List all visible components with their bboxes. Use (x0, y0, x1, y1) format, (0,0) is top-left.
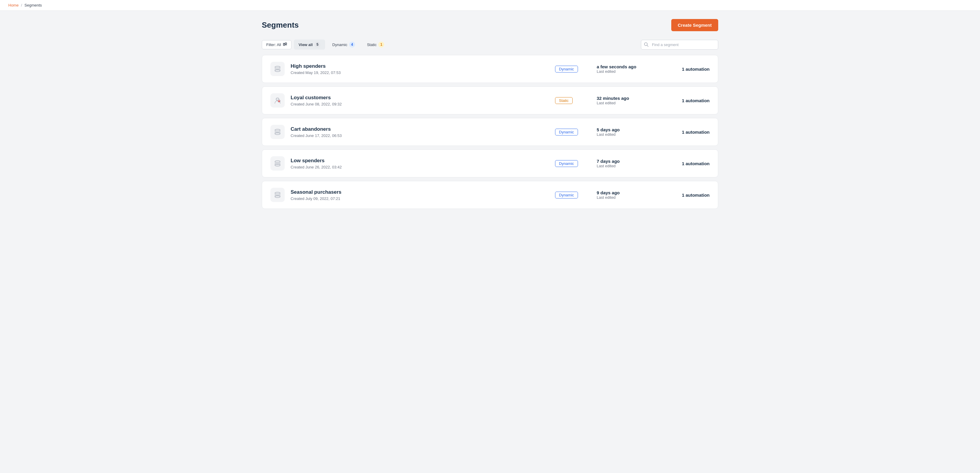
segment-type-badge: Dynamic (555, 192, 578, 199)
segment-icon (270, 125, 285, 139)
tab-static-badge: 1 (378, 41, 384, 48)
segment-time-col: 7 days ago Last edited (597, 159, 656, 168)
svg-point-1 (285, 43, 286, 44)
segment-automations: 1 automation (662, 129, 710, 135)
segment-badge-col: Dynamic (555, 160, 591, 167)
tab-dynamic-label: Dynamic (332, 43, 347, 47)
tab-dynamic[interactable]: Dynamic 4 (328, 40, 360, 49)
segment-type-badge: Dynamic (555, 160, 578, 167)
segment-info: Loyal customers Created June 08, 2022, 0… (291, 95, 549, 107)
segment-badge-col: Dynamic (555, 192, 591, 199)
segment-badge-col: Static (555, 97, 591, 104)
segment-name: Seasonal purchasers (291, 189, 549, 195)
segment-list: High spenders Created May 19, 2022, 07:5… (262, 55, 718, 209)
tab-viewall-badge: 5 (314, 41, 320, 48)
segment-time-col: 32 minutes ago Last edited (597, 96, 656, 105)
segment-name: Low spenders (291, 158, 549, 164)
tab-viewall-label: View all (299, 43, 313, 47)
segment-created: Created June 17, 2022, 06:53 (291, 134, 549, 138)
segment-name: Loyal customers (291, 95, 549, 101)
breadcrumb-separator: / (21, 3, 22, 8)
segment-time: 7 days ago (597, 159, 656, 164)
segment-time-label: Last edited (597, 132, 656, 137)
segment-type-badge: Dynamic (555, 129, 578, 135)
segment-icon (270, 156, 285, 170)
segment-info: Seasonal purchasers Created July 09, 202… (291, 189, 549, 201)
segment-name: Cart abandoners (291, 126, 549, 132)
filter-label: Filter: All (266, 43, 281, 47)
segment-card[interactable]: High spenders Created May 19, 2022, 07:5… (262, 55, 718, 83)
svg-point-16 (275, 196, 280, 198)
segment-time-col: 9 days ago Last edited (597, 190, 656, 200)
segment-badge-col: Dynamic (555, 129, 591, 135)
segment-automations: 1 automation (662, 98, 710, 103)
segment-created: Created May 19, 2022, 07:53 (291, 70, 549, 75)
svg-point-11 (275, 129, 280, 131)
segment-card[interactable]: Cart abandoners Created June 17, 2022, 0… (262, 118, 718, 146)
svg-point-15 (275, 192, 280, 194)
segment-time: a few seconds ago (597, 64, 656, 69)
tab-static[interactable]: Static 1 (362, 40, 389, 49)
segment-name: High spenders (291, 63, 549, 69)
filter-icon (283, 43, 287, 47)
svg-point-12 (275, 133, 280, 135)
segment-info: Cart abandoners Created June 17, 2022, 0… (291, 126, 549, 138)
segment-icon (270, 62, 285, 76)
tab-dynamic-badge: 4 (349, 41, 355, 48)
segment-time-col: a few seconds ago Last edited (597, 64, 656, 74)
filter-all-button[interactable]: Filter: All (262, 40, 291, 49)
segment-created: Created July 09, 2022, 07:21 (291, 196, 549, 201)
segment-type-badge: Static (555, 97, 573, 104)
segment-automations: 1 automation (662, 67, 710, 72)
svg-text:♥: ♥ (278, 100, 280, 102)
svg-point-14 (275, 164, 280, 166)
breadcrumb-home[interactable]: Home (8, 3, 19, 8)
segment-time: 5 days ago (597, 127, 656, 132)
segment-info: Low spenders Created June 26, 2022, 03:4… (291, 158, 549, 169)
segment-time: 32 minutes ago (597, 96, 656, 101)
segment-created: Created June 26, 2022, 03:42 (291, 165, 549, 169)
search-input[interactable] (641, 40, 718, 49)
segment-icon (270, 188, 285, 202)
segment-time-label: Last edited (597, 195, 656, 200)
segment-time-label: Last edited (597, 101, 656, 105)
segment-time-label: Last edited (597, 69, 656, 74)
search-wrap (641, 40, 718, 49)
segment-info: High spenders Created May 19, 2022, 07:5… (291, 63, 549, 75)
segment-card[interactable]: Low spenders Created June 26, 2022, 03:4… (262, 150, 718, 177)
segment-card[interactable]: Seasonal purchasers Created July 09, 202… (262, 181, 718, 209)
create-segment-button[interactable]: Create Segment (671, 19, 718, 31)
breadcrumb-current: Segments (24, 3, 42, 8)
tab-static-label: Static (367, 43, 377, 47)
segment-icon: ♥ (270, 93, 285, 108)
svg-point-13 (275, 161, 280, 163)
tab-viewall[interactable]: View all 5 (294, 40, 325, 49)
page-header: Segments Create Segment (262, 19, 718, 31)
svg-point-3 (283, 44, 285, 46)
segment-badge-col: Dynamic (555, 66, 591, 73)
segment-type-badge: Dynamic (555, 66, 578, 73)
segment-created: Created June 08, 2022, 09:32 (291, 102, 549, 107)
svg-line-5 (647, 45, 648, 47)
segment-time-label: Last edited (597, 164, 656, 168)
segment-card[interactable]: ♥ Loyal customers Created June 08, 2022,… (262, 86, 718, 115)
search-icon (644, 42, 649, 47)
svg-point-7 (275, 70, 280, 72)
toolbar: Filter: All View all 5 Dynamic 4 (262, 40, 718, 49)
segment-time-col: 5 days ago Last edited (597, 127, 656, 137)
segment-automations: 1 automation (662, 193, 710, 197)
filter-tabs: Filter: All View all 5 Dynamic 4 (262, 40, 389, 49)
svg-point-6 (275, 66, 280, 68)
breadcrumb: Home / Segments (0, 0, 980, 11)
page-title: Segments (262, 21, 299, 30)
segment-automations: 1 automation (662, 161, 710, 166)
segment-time: 9 days ago (597, 190, 656, 195)
